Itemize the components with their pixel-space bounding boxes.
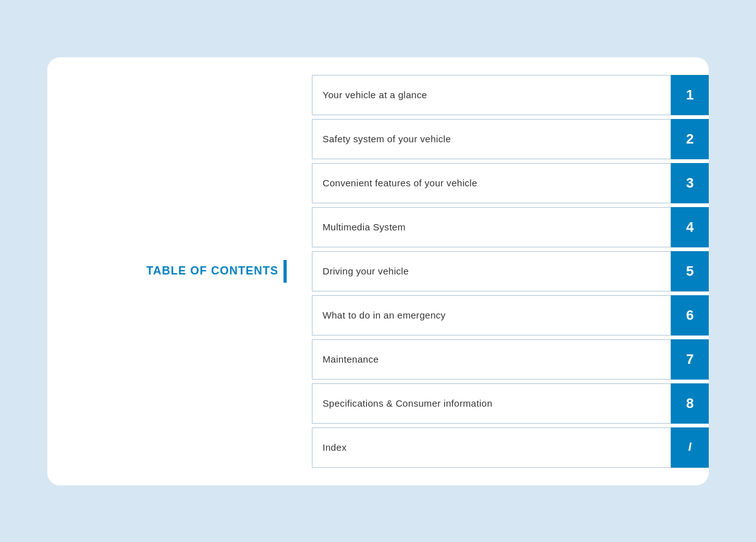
toc-number-toc-4: 4 [671,207,709,247]
toc-number-toc-8: 8 [671,383,709,424]
toc-number-toc-3: 3 [671,163,709,203]
toc-text-toc-2: Safety system of your vehicle [323,133,451,144]
toc-text-toc-4: Multimedia System [323,222,406,232]
toc-text-box-toc-8: Specifications & Consumer information [312,383,671,424]
toc-number-toc-2: 2 [671,119,709,159]
toc-row[interactable]: Driving your vehicle5 [312,251,709,291]
toc-text-box-toc-4: Multimedia System [312,207,671,247]
toc-text-box-toc-6: What to do in an emergency [312,295,671,336]
toc-text-box-toc-1: Your vehicle at a glance [312,75,671,115]
toc-row[interactable]: Your vehicle at a glance1 [312,75,709,115]
toc-row[interactable]: What to do in an emergency6 [312,295,709,336]
toc-row[interactable]: Specifications & Consumer information8 [312,383,709,424]
toc-bar [284,260,287,283]
toc-text-toc-8: Specifications & Consumer information [323,398,493,409]
toc-row[interactable]: IndexI [312,427,709,468]
toc-text-box-toc-2: Safety system of your vehicle [312,119,671,159]
toc-number-toc-i: I [671,427,709,468]
toc-row[interactable]: Safety system of your vehicle2 [312,119,709,159]
toc-number-toc-7: 7 [671,339,709,380]
toc-text-toc-1: Your vehicle at a glance [323,89,427,100]
toc-text-box-toc-3: Convenient features of your vehicle [312,163,671,203]
toc-text-toc-i: Index [323,442,346,453]
toc-text-toc-7: Maintenance [323,354,379,364]
toc-text-box-toc-7: Maintenance [312,339,671,380]
page-wrapper: TABLE OF CONTENTS Your vehicle at a glan… [32,32,724,511]
card: TABLE OF CONTENTS Your vehicle at a glan… [47,57,709,485]
toc-text-toc-6: What to do in an emergency [323,310,445,320]
toc-text-toc-3: Convenient features of your vehicle [323,178,478,188]
toc-row[interactable]: Convenient features of your vehicle3 [312,163,709,203]
left-panel: TABLE OF CONTENTS [72,260,312,283]
toc-title: TABLE OF CONTENTS [146,264,278,278]
right-panel: Your vehicle at a glance1Safety system o… [312,75,709,468]
toc-number-toc-6: 6 [671,295,709,336]
toc-label: TABLE OF CONTENTS [146,260,287,283]
toc-number-toc-5: 5 [671,251,709,291]
toc-row[interactable]: Maintenance7 [312,339,709,380]
toc-text-box-toc-i: Index [312,427,671,468]
toc-number-toc-1: 1 [671,75,709,115]
toc-row[interactable]: Multimedia System4 [312,207,709,247]
toc-text-box-toc-5: Driving your vehicle [312,251,671,291]
toc-text-toc-5: Driving your vehicle [323,266,409,276]
